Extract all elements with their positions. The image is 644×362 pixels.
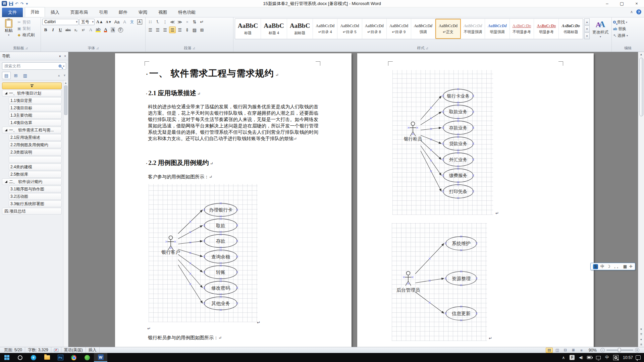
taskbar-edge-icon[interactable]: e <box>27 353 40 362</box>
nav-item[interactable]: 3.2活动图 <box>9 193 62 200</box>
taskbar-app-icon[interactable] <box>80 353 94 362</box>
style-item-书籍标题[interactable]: AaBbCcDd书籍标题 <box>559 19 583 39</box>
nav-item[interactable]: 1.4项目估算 <box>9 119 62 126</box>
ribbon-tab-引用[interactable]: 引用 <box>94 8 113 17</box>
bold-icon[interactable]: B <box>42 26 49 33</box>
ribbon-tab-插入[interactable]: 插入 <box>45 8 65 17</box>
paste-button[interactable]: 粘贴 ▾ <box>1 18 16 37</box>
style-item-强调[interactable]: AaBbCcDd强调 <box>411 19 435 39</box>
zoom-level[interactable]: 90% <box>586 348 599 353</box>
document-page-2[interactable]: 银行卡业务取款业务存款业务贷款业务外汇业务缴费服务打印凭条银行柜员 ↵ 系统维护… <box>357 53 594 347</box>
scroll-down-icon[interactable]: ▼ <box>639 327 644 332</box>
taskbar-search-icon[interactable] <box>13 353 27 362</box>
borders-icon[interactable]: ⊞ <box>199 26 205 33</box>
change-case-icon[interactable]: Aa <box>113 18 121 25</box>
nav-scroll-up-icon[interactable]: ▲ <box>63 80 68 85</box>
nav-item[interactable]: 2.3类图说明 <box>9 149 62 156</box>
highlight-color-icon[interactable]: ab <box>96 27 100 32</box>
font-dialog-launcher-icon[interactable]: ◿ <box>96 47 98 50</box>
collapse-triangle-icon[interactable] <box>5 181 7 183</box>
scrollbar-thumb[interactable] <box>639 58 643 116</box>
show-marks-icon[interactable]: ↵ <box>199 18 205 25</box>
ribbon-tab-特色功能[interactable]: 特色功能 <box>173 8 201 17</box>
pinyin-guide-icon[interactable]: 文 <box>129 18 136 25</box>
italic-icon[interactable]: I <box>50 26 56 33</box>
ribbon-tab-页面布局[interactable]: 页面布局 <box>65 8 93 17</box>
use-case-diagram-customer[interactable]: 办理银行卡取款存款查询余额转账修改密码其他业务银行客户 <box>149 184 258 322</box>
fullscreen-reading-view-icon[interactable]: ◫ <box>554 348 561 353</box>
font-color-icon[interactable]: A <box>104 27 107 32</box>
change-styles-button[interactable]: AA 更改样式 ▾ <box>591 18 610 39</box>
sort-icon[interactable]: ⇅ <box>191 18 198 25</box>
previous-page-icon[interactable]: ⇈ <box>639 332 644 337</box>
styles-scroll-down-icon[interactable]: ▼ <box>584 25 590 32</box>
use-case-diagram-teller[interactable]: 银行卡业务取款业务存款业务贷款业务外汇业务缴费服务打印凭条银行柜员 <box>392 70 493 215</box>
document-page-1[interactable]: · 一、 软件需求工程与需求规约 ↵ · 2.1 应用场景描述 ↵ 科技的进步给… <box>115 53 352 347</box>
clipboard-dialog-launcher-icon[interactable]: ◿ <box>25 47 28 50</box>
ribbon-tab-视图[interactable]: 视图 <box>153 8 172 17</box>
web-layout-view-icon[interactable]: ⊡ <box>562 348 569 353</box>
zoom-slider-thumb[interactable] <box>618 348 621 352</box>
bullets-icon[interactable]: ∷ <box>147 18 154 25</box>
insert-mode-indicator[interactable]: 插入 <box>86 347 100 353</box>
tray-hidden-icons-chevron[interactable]: ∧ <box>559 353 568 362</box>
minimize-ribbon-icon[interactable]: ∧ <box>630 10 633 14</box>
style-item-↵目录 8[interactable]: AaBbCcDd↵目录 8 <box>362 19 387 39</box>
taskbar-file-explorer-icon[interactable] <box>40 353 54 362</box>
underline-icon[interactable]: U <box>57 26 64 33</box>
asian-layout-icon[interactable]: × <box>184 18 191 25</box>
page-indicator[interactable]: 页面: 5/20 <box>1 347 25 353</box>
styles-scroll-up-icon[interactable]: ▲ <box>584 18 590 25</box>
style-item-标题[interactable]: AaBbC标题 <box>235 19 261 39</box>
language-indicator[interactable]: 英语(美国) <box>61 347 86 353</box>
nav-tab-browse-headings[interactable]: ▤ <box>2 72 11 79</box>
ime-tools-icon[interactable]: ✛ <box>629 264 633 269</box>
font-name-combo[interactable]: Calibri▾ <box>42 19 78 25</box>
ime-language-icon[interactable]: 中 <box>600 264 604 269</box>
next-heading-icon[interactable]: ▼ <box>63 74 66 77</box>
nav-item[interactable]: 一、软件项目计划 <box>2 90 62 97</box>
numbering-icon[interactable]: ⒈ <box>154 18 161 25</box>
outline-view-icon[interactable]: ≣ <box>570 348 577 353</box>
copy-button[interactable]: ▣复制 <box>17 25 35 32</box>
nav-item[interactable]: 2.1应用场景描述 <box>9 134 62 141</box>
nav-pane-close-icon[interactable]: × <box>64 54 66 58</box>
grow-font-icon[interactable]: A▲ <box>95 18 104 25</box>
taskbar-chrome-icon[interactable] <box>67 353 80 362</box>
strikethrough-icon[interactable]: abc <box>64 26 72 33</box>
zoom-in-icon[interactable]: + <box>635 348 639 352</box>
nav-scrollbar[interactable]: ▲ <box>63 80 68 347</box>
nav-item[interactable]: 3.1顺序图与协作图 <box>9 186 62 192</box>
styles-more-icon[interactable]: ▼ <box>584 33 590 39</box>
zoom-slider[interactable] <box>606 350 633 351</box>
collapse-triangle-icon[interactable] <box>5 129 7 131</box>
action-center-icon[interactable] <box>636 355 641 360</box>
maximize-button[interactable]: ▢ <box>614 0 629 7</box>
nav-item-current-position[interactable] <box>2 82 62 89</box>
styles-dialog-launcher-icon[interactable]: ◿ <box>426 47 428 50</box>
tray-ime-language-icon[interactable]: 中 <box>603 353 611 362</box>
align-center-icon[interactable]: ☰ <box>154 26 161 33</box>
shading-icon[interactable]: ▨ <box>191 26 198 33</box>
shrink-font-icon[interactable]: A▼ <box>105 18 113 25</box>
increase-indent-icon[interactable]: ≫ <box>176 18 183 25</box>
style-item-标题 4[interactable]: AaBbC标题 4 <box>261 19 287 39</box>
multilevel-list-icon[interactable]: ⋮ <box>162 18 168 25</box>
taskbar-word-icon[interactable]: W <box>94 353 107 362</box>
ime-logo-icon[interactable]: S <box>593 264 598 269</box>
ime-punctuation-icon[interactable]: ，。 <box>613 264 621 269</box>
style-item-↵目录 9[interactable]: AaBbCcDd↵目录 9 <box>387 19 411 39</box>
minimize-button[interactable]: – <box>600 0 614 7</box>
style-item-不明显参考[interactable]: AaBbCcDd不明显参考 <box>510 19 534 39</box>
scroll-up-icon[interactable]: ▲ <box>639 52 644 57</box>
taskbar-photoshop-icon[interactable]: Ps <box>54 353 67 362</box>
collapse-triangle-icon[interactable] <box>5 92 7 95</box>
taskbar-clock[interactable]: 10:57 <box>620 355 636 360</box>
nav-item[interactable]: 1.1项目背景 <box>9 97 62 104</box>
close-button[interactable]: × <box>629 0 644 7</box>
volume-icon[interactable]: ◀) <box>577 353 585 362</box>
distribute-icon[interactable]: ☰ <box>176 26 183 33</box>
next-page-icon[interactable]: ⇊ <box>639 342 644 347</box>
nav-item-empty[interactable] <box>9 156 62 163</box>
format-painter-button[interactable]: ◆格式刷 <box>17 32 35 38</box>
